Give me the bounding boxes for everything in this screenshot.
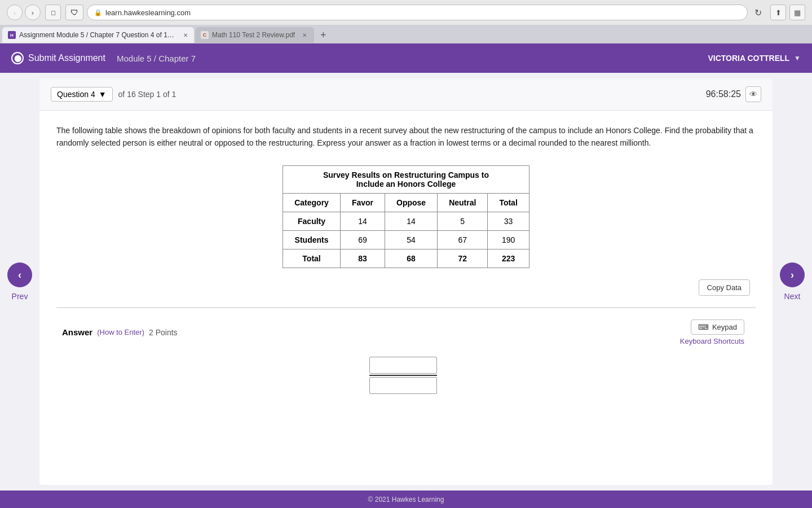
tab-1[interactable]: H Assignment Module 5 / Chapter 7 Questi… <box>2 27 194 43</box>
hide-timer-button[interactable]: 👁 <box>745 86 761 102</box>
sidebar-button[interactable]: ▦ <box>789 5 805 20</box>
submit-assignment-button[interactable]: ⬤ Submit Assignment <box>11 52 105 64</box>
total-favor: 83 <box>340 249 385 268</box>
back-button[interactable]: ‹ <box>7 5 23 20</box>
question-number: Question 4 <box>57 90 95 99</box>
students-neutral: 67 <box>438 230 488 249</box>
forward-button[interactable]: › <box>25 5 41 20</box>
timer-area: 96:58:25 👁 <box>706 86 761 102</box>
answer-section: Answer (How to Enter) 2 Points ⌨ Keypad … <box>56 307 756 405</box>
total-label: Total <box>283 249 341 268</box>
nav-buttons: ‹ › <box>7 5 41 20</box>
tab-2-close[interactable]: ✕ <box>301 31 308 39</box>
answer-header: Answer (How to Enter) 2 Points ⌨ Keypad … <box>62 319 744 345</box>
address-bar[interactable]: 🔒 learn.hawkeslearning.com <box>87 5 748 20</box>
lock-icon: 🔒 <box>94 9 102 16</box>
numerator-input[interactable] <box>369 357 437 374</box>
tab-2-title: Math 110 Test 2 Review.pdf <box>212 31 295 39</box>
points-badge: 2 Points <box>149 328 178 337</box>
total-neutral: 72 <box>438 249 488 268</box>
browser-chrome: ‹ › ◻ 🛡 🔒 learn.hawkeslearning.com ↻ ⬆ ▦… <box>0 0 812 43</box>
table-row: Students 69 54 67 190 <box>283 230 529 249</box>
col-category: Category <box>283 193 341 212</box>
content-panel: Question 4 ▼ of 16 Step 1 of 1 96:58:25 … <box>39 78 773 485</box>
tab-1-close[interactable]: ✕ <box>183 31 188 39</box>
faculty-total: 33 <box>488 212 529 230</box>
students-oppose: 54 <box>385 230 438 249</box>
faculty-oppose: 14 <box>385 212 438 230</box>
students-total: 190 <box>488 230 529 249</box>
survey-table: Survey Results on Restructuring Campus t… <box>283 165 529 268</box>
footer-copyright: © 2021 Hawkes Learning <box>368 496 444 503</box>
chevron-down-icon: ▼ <box>794 54 801 62</box>
next-button[interactable]: › <box>780 262 805 287</box>
reload-button[interactable]: ↻ <box>750 5 766 20</box>
question-of: of 16 Step 1 of 1 <box>118 90 176 99</box>
faculty-neutral: 5 <box>438 212 488 230</box>
col-neutral: Neutral <box>438 193 488 212</box>
answer-label: Answer <box>62 327 92 337</box>
browser-actions: ⬆ ▦ <box>770 5 805 20</box>
keypad-label: Keypad <box>712 323 737 331</box>
question-selector[interactable]: Question 4 ▼ <box>51 87 113 102</box>
col-favor: Favor <box>340 193 385 212</box>
tab-view-button[interactable]: ◻ <box>45 5 61 20</box>
question-text: The following table shows the breakdown … <box>56 124 756 150</box>
submit-icon: ⬤ <box>11 52 24 64</box>
submit-label: Submit Assignment <box>28 53 105 63</box>
tab-2[interactable]: C Math 110 Test 2 Review.pdf ✕ <box>195 27 314 43</box>
faculty-label: Faculty <box>283 212 341 230</box>
answer-label-group: Answer (How to Enter) 2 Points <box>62 327 178 337</box>
prev-nav: ‹ Prev <box>0 73 39 491</box>
keyboard-shortcuts-link[interactable]: Keyboard Shortcuts <box>680 337 744 345</box>
tab-1-title: Assignment Module 5 / Chapter 7 Question… <box>19 31 177 39</box>
keypad-icon: ⌨ <box>698 323 709 331</box>
total-oppose: 68 <box>385 249 438 268</box>
tab-2-favicon: C <box>201 31 209 39</box>
keypad-button[interactable]: ⌨ Keypad <box>691 319 744 335</box>
col-oppose: Oppose <box>385 193 438 212</box>
fraction-line <box>369 375 437 376</box>
new-tab-button[interactable]: + <box>315 28 331 42</box>
students-favor: 69 <box>340 230 385 249</box>
keypad-group: ⌨ Keypad Keyboard Shortcuts <box>680 319 744 345</box>
browser-toolbar: ‹ › ◻ 🛡 🔒 learn.hawkeslearning.com ↻ ⬆ ▦ <box>0 0 812 25</box>
fraction-input <box>369 357 437 394</box>
next-label: Next <box>784 292 801 301</box>
url-text: learn.hawkeslearning.com <box>105 8 191 17</box>
question-header: Question 4 ▼ of 16 Step 1 of 1 96:58:25 … <box>39 78 773 111</box>
copy-data-row: Copy Data <box>56 279 756 296</box>
how-to-enter-link[interactable]: (How to Enter) <box>97 328 144 336</box>
app-header: ⬤ Submit Assignment Module 5 / Chapter 7… <box>0 43 812 73</box>
copy-data-button[interactable]: Copy Data <box>699 279 750 296</box>
col-total: Total <box>488 193 529 212</box>
app-footer: © 2021 Hawkes Learning <box>0 491 812 508</box>
prev-label: Prev <box>12 292 28 301</box>
table-row: Total 83 68 72 223 <box>283 249 529 268</box>
table-row: Faculty 14 14 5 33 <box>283 212 529 230</box>
table-container: Survey Results on Restructuring Campus t… <box>56 165 756 268</box>
table-title: Survey Results on Restructuring Campus t… <box>283 165 529 193</box>
faculty-favor: 14 <box>340 212 385 230</box>
shield-icon[interactable]: 🛡 <box>65 5 83 20</box>
question-body: The following table shows the breakdown … <box>39 111 773 419</box>
timer: 96:58:25 <box>706 89 741 99</box>
share-button[interactable]: ⬆ <box>770 5 786 20</box>
denominator-input[interactable] <box>369 377 437 394</box>
total-total: 223 <box>488 249 529 268</box>
tab-1-favicon: H <box>8 31 16 39</box>
main-content: ‹ Prev Question 4 ▼ of 16 Step 1 of 1 96… <box>0 73 812 491</box>
user-menu[interactable]: VICTORIA COTTRELL ▼ <box>708 54 801 63</box>
address-bar-container: 🛡 🔒 learn.hawkeslearning.com ↻ <box>65 5 766 20</box>
prev-button[interactable]: ‹ <box>7 262 32 287</box>
breadcrumb: Module 5 / Chapter 7 <box>117 54 196 63</box>
user-name: VICTORIA COTTRELL <box>708 54 789 63</box>
fraction-input-container <box>62 357 744 394</box>
tab-bar: H Assignment Module 5 / Chapter 7 Questi… <box>0 25 812 43</box>
question-dropdown-icon: ▼ <box>99 90 107 99</box>
students-label: Students <box>283 230 341 249</box>
next-nav: › Next <box>773 73 812 491</box>
